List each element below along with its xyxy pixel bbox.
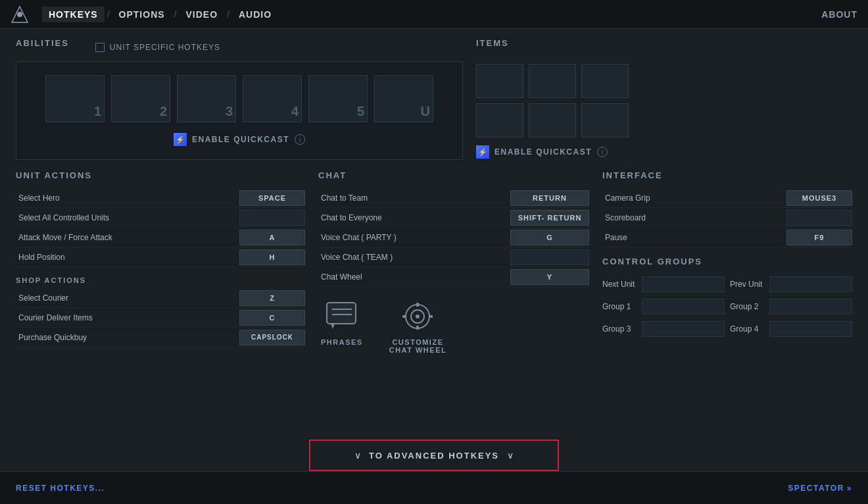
unit-specific-checkbox[interactable] [95,43,105,52]
iface-row-scoreboard: Scoreboard [602,208,852,228]
spectator-label: SPECTATOR [788,484,844,493]
cg-key-next-unit[interactable] [642,276,725,292]
svg-rect-10 [416,303,419,307]
nav-options[interactable]: OPTIONS [112,7,172,22]
cg-key-group1[interactable] [642,299,725,315]
advanced-hotkeys-button[interactable]: ∨ TO ADVANCED HOTKEYS ∨ [309,440,559,471]
reset-hotkeys-button[interactable]: RESET HOTKEYS... [16,484,105,493]
chat-row-wheel: Chat Wheel Y [318,267,589,287]
ability-slot-4[interactable]: 4 [243,75,302,122]
chat-row-to-everyone: Chat to Everyone SHIFT- RETURN [318,208,589,228]
right-col: INTERFACE Camera Grip MOUSE3 Scoreboard … [602,170,852,354]
chat-key-to-everyone[interactable]: SHIFT- RETURN [510,210,589,226]
chat-col: CHAT Chat to Team RETURN Chat to Everyon… [318,170,589,354]
chat-icons-row: PHRASES CUSTOMIZE CHAT WHEEL [318,300,589,354]
unit-actions-title: UNIT ACTIONS [16,170,305,180]
item-slot-3[interactable] [581,64,629,98]
iface-key-pause[interactable]: F9 [786,230,852,245]
cg-label-group2: Group 2 [730,302,769,311]
top-nav: HOTKEYS / OPTIONS / VIDEO / AUDIO ABOUT [0,0,868,29]
cg-label-next-unit: Next Unit [602,280,642,289]
chat-key-voice-party[interactable]: G [510,230,589,245]
interface-section: INTERFACE Camera Grip MOUSE3 Scoreboard … [602,170,852,247]
phrases-icon [324,300,360,333]
ability-slot-u[interactable]: U [374,75,433,122]
nav-audio[interactable]: AUDIO [232,7,278,22]
hotkey-key-select-courier[interactable]: Z [239,290,305,306]
chat-label-wheel: Chat Wheel [318,272,510,282]
cg-key-group4[interactable] [769,321,852,337]
cg-row-group1: Group 1 [602,297,725,316]
hotkey-select-courier: Select Courier Z [16,288,305,308]
chevron-down-icon-right: ∨ [507,450,514,461]
cg-key-group3[interactable] [642,321,725,337]
abilities-info-icon[interactable]: i [295,134,305,145]
advanced-hotkeys-wrap: ∨ TO ADVANCED HOTKEYS ∨ [276,440,592,471]
abilities-header: ABILITIES UNIT SPECIFIC HOTKEYS [16,38,463,56]
ability-slot-5[interactable]: 5 [308,75,368,122]
hotkey-key-select-hero[interactable]: SPACE [239,190,305,206]
cg-key-prev-unit[interactable] [769,276,852,292]
hotkey-key-attack-move[interactable]: A [239,230,305,245]
abilities-quickcast-row[interactable]: ⚡ ENABLE QUICKCAST i [174,133,305,146]
chat-key-wheel[interactable]: Y [510,269,589,285]
hotkey-key-hold-position[interactable]: H [239,249,305,265]
nav-hotkeys[interactable]: HOTKEYS [42,7,105,22]
unit-specific-label: UNIT SPECIFIC HOTKEYS [110,43,220,52]
customize-chat-wheel-button[interactable]: CUSTOMIZE CHAT WHEEL [389,300,447,354]
hotkey-label-attack-move: Attack Move / Force Attack [16,233,239,242]
chat-row-voice-team: Voice Chat ( TEAM ) [318,247,589,267]
hotkey-courier-deliver: Courier Deliver Items C [16,308,305,328]
chat-key-voice-team[interactable] [510,249,589,265]
cg-row-prev-unit: Prev Unit [730,274,852,294]
item-slot-4[interactable] [476,103,523,138]
item-slot-2[interactable] [529,64,576,98]
cg-label-group3: Group 3 [602,324,642,334]
ability-slot-2[interactable]: 2 [111,75,170,122]
phrases-button[interactable]: PHRASES [321,300,363,354]
item-slot-5[interactable] [529,103,576,138]
iface-key-camera-grip[interactable]: MOUSE3 [786,190,852,206]
items-quickcast-row[interactable]: ⚡ ENABLE QUICKCAST i [476,145,852,159]
cg-key-group2[interactable] [769,299,852,315]
customize-chat-wheel-icon [399,300,436,333]
hotkey-label-select-courier: Select Courier [16,293,239,303]
svg-point-1 [17,12,22,17]
iface-row-pause: Pause F9 [602,228,852,247]
chat-rows: Chat to Team RETURN Chat to Everyone SHI… [318,188,589,287]
iface-key-scoreboard[interactable] [786,210,852,226]
cg-label-prev-unit: Prev Unit [730,280,769,289]
unit-specific-check[interactable]: UNIT SPECIFIC HOTKEYS [95,43,220,52]
shop-actions-list: Select Courier Z Courier Deliver Items C… [16,288,305,347]
items-quickcast-label: ENABLE QUICKCAST [494,147,592,157]
items-grid [476,64,852,138]
hotkey-key-select-controlled[interactable] [239,210,305,226]
iface-label-camera-grip: Camera Grip [602,193,786,203]
nav-sep-2: / [174,9,177,20]
chat-label-to-everyone: Chat to Everyone [318,213,510,222]
control-groups-title: CONTROL GROUPS [602,257,852,266]
svg-point-9 [416,315,420,318]
hotkey-key-purchase-quickbuy[interactable]: CAPSLOCK [239,330,305,345]
cg-label-group1: Group 1 [602,302,642,311]
items-info-icon[interactable]: i [597,147,608,157]
ability-slot-3[interactable]: 3 [177,75,236,122]
spectator-chevron-icon: » [847,484,852,493]
bottom-bar: RESET HOTKEYS... SPECTATOR » [0,471,868,504]
hotkey-key-courier-deliver[interactable]: C [239,310,305,326]
nav-video[interactable]: VIDEO [179,7,224,22]
advanced-hotkeys-label: TO ADVANCED HOTKEYS [369,451,499,461]
chat-key-to-team[interactable]: RETURN [510,190,589,206]
interface-rows: Camera Grip MOUSE3 Scoreboard Pause F9 [602,188,852,247]
item-slot-1[interactable] [476,64,523,98]
interface-title: INTERFACE [602,170,852,180]
items-title: ITEMS [476,38,852,48]
nav-items: HOTKEYS / OPTIONS / VIDEO / AUDIO [42,7,821,22]
chat-row-voice-party: Voice Chat ( PARTY ) G [318,228,589,247]
hotkey-select-controlled: Select All Controlled Units [16,208,305,228]
ability-slot-1[interactable]: 1 [45,75,105,122]
spectator-button[interactable]: SPECTATOR » [788,484,852,493]
item-slot-6[interactable] [581,103,629,138]
nav-about[interactable]: ABOUT [821,9,857,20]
hotkey-hold-position: Hold Position H [16,247,305,267]
